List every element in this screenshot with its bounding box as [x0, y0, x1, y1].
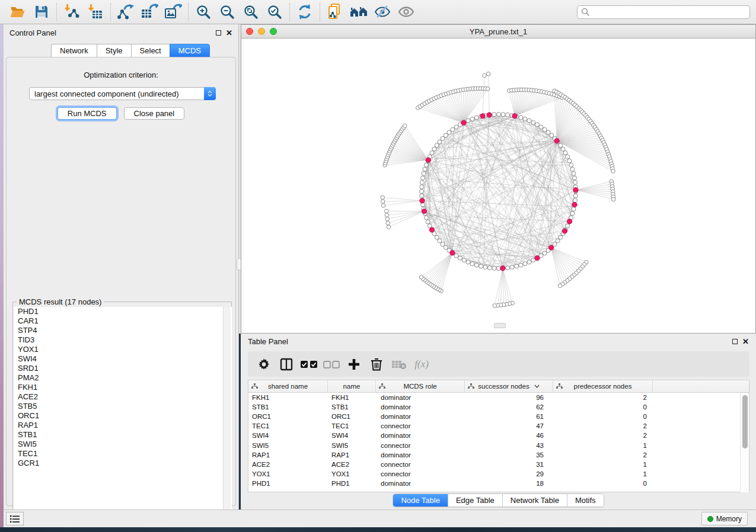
- network-window-title: YPA_prune.txt_1: [241, 27, 755, 36]
- delete-table-icon: [388, 355, 410, 373]
- gear-icon[interactable]: [253, 355, 275, 373]
- cell-shared_name: ORC1: [248, 413, 328, 420]
- cell-mcds_role: connector: [376, 470, 465, 477]
- tab-select[interactable]: Select: [131, 44, 170, 57]
- table-row[interactable]: PHD1PHD1dominator180: [248, 479, 749, 488]
- mcds-result-item[interactable]: STB1: [14, 430, 232, 440]
- cell-shared_name: SWI4: [248, 432, 328, 439]
- column-header-shared-name[interactable]: shared name: [248, 380, 328, 392]
- open-session-icon[interactable]: [6, 2, 30, 22]
- hide-selected-icon[interactable]: [371, 2, 394, 22]
- mcds-result-item[interactable]: CAR1: [14, 316, 232, 326]
- column-header-MCDS-role[interactable]: MCDS role: [376, 380, 465, 392]
- mcds-result-item[interactable]: FKH1: [14, 383, 232, 392]
- toolbar-separator: [289, 3, 290, 21]
- mcds-result-item[interactable]: PMA2: [14, 373, 232, 383]
- tab-node-table[interactable]: Node Table: [393, 494, 448, 507]
- column-header-successor-nodes[interactable]: successor nodes: [465, 380, 553, 392]
- select-all-icon[interactable]: [298, 355, 320, 373]
- zoom-fit-icon[interactable]: [239, 2, 263, 22]
- table-row[interactable]: YOX1YOX1connector291: [248, 469, 749, 479]
- tab-network[interactable]: Network: [51, 44, 97, 57]
- tab-network-table[interactable]: Network Table: [503, 494, 567, 507]
- close-panel-icon[interactable]: ✕: [226, 29, 232, 37]
- add-column-icon[interactable]: [343, 355, 365, 373]
- task-history-button[interactable]: [6, 512, 24, 525]
- close-table-panel-icon[interactable]: ✕: [742, 338, 749, 345]
- network-graph: [241, 39, 755, 333]
- tab-mcds[interactable]: MCDS: [170, 44, 210, 57]
- zoom-in-icon[interactable]: [192, 2, 215, 22]
- toolbar-separator: [56, 3, 57, 21]
- show-hidden-icon[interactable]: [394, 2, 418, 22]
- float-panel-icon[interactable]: [216, 30, 221, 36]
- mcds-result-item[interactable]: ORC1: [14, 411, 232, 421]
- cell-predecessor_nodes: 2: [553, 422, 653, 430]
- tab-edge-table[interactable]: Edge Table: [448, 494, 503, 507]
- tab-motifs[interactable]: Motifs: [567, 494, 604, 507]
- network-from-selection-icon[interactable]: [323, 2, 347, 22]
- mcds-result-item[interactable]: SWI5: [14, 440, 232, 449]
- mcds-result-item[interactable]: TEC1: [14, 449, 232, 459]
- refresh-icon[interactable]: [293, 2, 317, 22]
- table-row[interactable]: TEC1TEC1connector472: [248, 421, 749, 431]
- mcds-result-item[interactable]: SWI4: [14, 354, 232, 364]
- delete-column-icon[interactable]: [365, 355, 388, 373]
- save-session-icon[interactable]: [30, 2, 53, 22]
- mcds-result-item[interactable]: STB5: [14, 402, 232, 411]
- zoom-selected-icon[interactable]: [263, 2, 286, 22]
- export-network-icon[interactable]: [114, 2, 138, 22]
- search-field[interactable]: [577, 5, 750, 19]
- import-table-icon[interactable]: [84, 2, 107, 22]
- mcds-result-item[interactable]: SRD1: [14, 364, 232, 373]
- network-window-titlebar[interactable]: YPA_prune.txt_1: [241, 25, 755, 39]
- table-row[interactable]: ORC1ORC1dominator610: [248, 412, 749, 421]
- cell-successor_nodes: 43: [465, 442, 553, 449]
- mcds-result-item[interactable]: TID3: [14, 335, 232, 345]
- network-canvas[interactable]: [241, 39, 755, 333]
- table-row[interactable]: FKH1FKH1dominator962: [248, 393, 749, 402]
- mcds-result-item[interactable]: GCR1: [14, 459, 232, 468]
- horizontal-splitter-grip[interactable]: [494, 323, 506, 328]
- columns-icon[interactable]: [275, 355, 298, 373]
- table-row[interactable]: STB1STB1dominator620: [248, 402, 749, 412]
- mcds-result-list[interactable]: PHD1CAR1STP4TID3YOX1SWI4SRD1PMA2FKH1ACE2…: [14, 307, 232, 520]
- table-scrollbar[interactable]: [740, 393, 749, 492]
- run-mcds-button[interactable]: Run MCDS: [58, 107, 117, 120]
- mcds-result-item[interactable]: RAP1: [14, 421, 232, 430]
- zoom-out-icon[interactable]: [215, 2, 239, 22]
- cell-predecessor_nodes: 1: [553, 461, 653, 468]
- toolbar-separator: [110, 3, 111, 21]
- list-icon: [10, 515, 20, 523]
- table-row[interactable]: RAP1RAP1dominator352: [248, 450, 749, 460]
- mcds-result-item[interactable]: ACE2: [14, 392, 232, 402]
- cell-shared_name: STB1: [248, 403, 328, 411]
- cell-mcds_role: dominator: [376, 413, 465, 420]
- mcds-result-item[interactable]: PHD1: [14, 307, 232, 316]
- mcds-result-item[interactable]: STP4: [14, 326, 232, 335]
- memory-button[interactable]: Memory: [701, 512, 748, 525]
- table-scrollbar-thumb[interactable]: [742, 395, 748, 448]
- mcds-result-item[interactable]: YOX1: [14, 345, 232, 354]
- import-network-icon[interactable]: [60, 2, 84, 22]
- column-header-predecessor-nodes[interactable]: predecessor nodes: [553, 380, 653, 392]
- memory-status-icon: [707, 516, 713, 522]
- cell-successor_nodes: 47: [465, 422, 553, 430]
- optimization-criterion-select[interactable]: largest connected component (undirected): [29, 87, 216, 100]
- float-table-panel-icon[interactable]: [732, 339, 738, 344]
- table-row[interactable]: ACE2ACE2connector311: [248, 460, 749, 469]
- node-table-header: shared namenameMCDS rolesuccessor nodesp…: [248, 380, 749, 393]
- table-row[interactable]: SWI5SWI5connector431: [248, 440, 749, 450]
- mcds-list-scrollbar[interactable]: [223, 307, 231, 520]
- close-panel-button[interactable]: Close panel: [124, 107, 185, 120]
- deselect-all-icon[interactable]: [320, 355, 343, 373]
- export-table-icon[interactable]: [138, 2, 161, 22]
- cell-name: ACE2: [328, 461, 376, 468]
- search-input[interactable]: [592, 8, 746, 16]
- export-image-icon[interactable]: [161, 2, 185, 22]
- table-row[interactable]: SWI4SWI4dominator462: [248, 431, 749, 440]
- houses-icon[interactable]: [347, 2, 371, 22]
- column-header-name[interactable]: name: [328, 380, 376, 392]
- cell-predecessor_nodes: 1: [553, 442, 653, 449]
- tab-style[interactable]: Style: [97, 44, 131, 57]
